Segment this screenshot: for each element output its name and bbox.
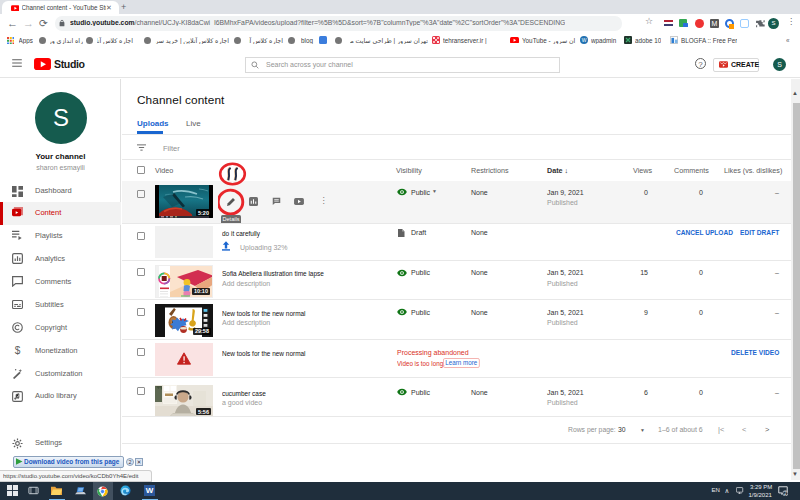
svg-text:2: 2 <box>784 491 787 496</box>
svg-text:$: $ <box>15 345 21 356</box>
